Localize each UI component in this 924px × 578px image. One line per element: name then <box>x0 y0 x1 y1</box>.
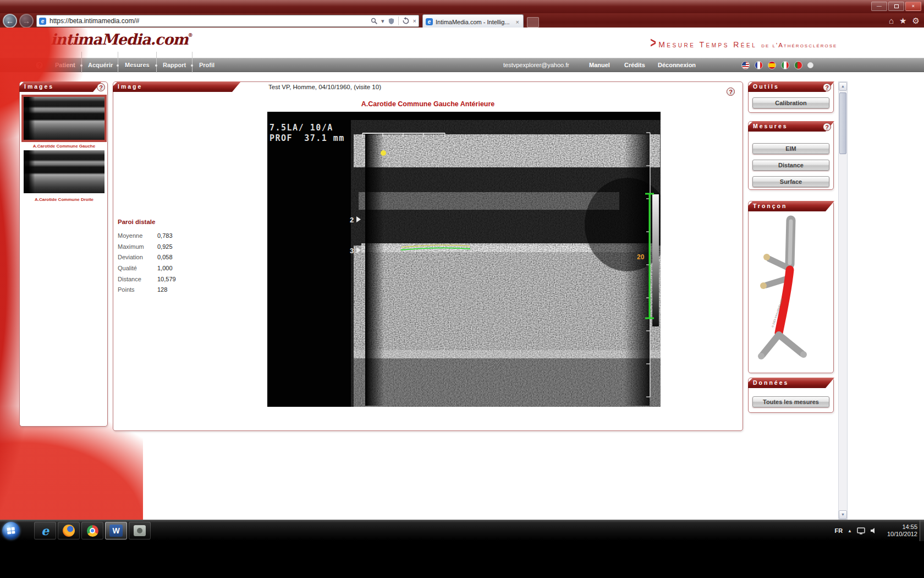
thumbnail-label: A.Carotide Commune Droite <box>24 197 105 202</box>
flag-fr-icon[interactable] <box>755 61 763 69</box>
artery-clamp-marker <box>763 254 770 260</box>
flag-us-icon[interactable] <box>741 61 750 69</box>
page-scrollbar[interactable]: ▲ ▼ <box>838 81 848 520</box>
image-panel: Image Test VP, Homme, 04/10/1960, (visit… <box>113 81 743 431</box>
stats-title: Paroi distale <box>118 219 200 225</box>
scale-value: 20 <box>637 253 645 261</box>
taskbar-word-button[interactable]: W <box>105 522 127 539</box>
nav-bullet <box>117 64 119 67</box>
toutes-les-mesures-button[interactable]: Toutes les mesures <box>752 396 829 407</box>
start-button[interactable] <box>2 522 20 539</box>
stat-label: Distance <box>118 276 157 282</box>
tagline-chevron-icon: > <box>650 34 656 51</box>
language-indicator[interactable]: FR <box>834 527 843 534</box>
outils-panel: Outils ? Calibration <box>748 81 834 113</box>
thumbnail-carotide-gauche[interactable]: A.Carotide Commune Gauche <box>24 97 105 149</box>
hidden-icons-button[interactable]: ▲ <box>848 528 852 533</box>
display-tray-icon[interactable] <box>857 527 865 535</box>
nav-item-patient[interactable]: Patient <box>55 58 75 73</box>
nav-item-profil[interactable]: Profil <box>199 58 215 73</box>
thumbnail-carotide-droite[interactable]: A.Carotide Commune Droite <box>24 150 105 202</box>
stat-value: 0,783 <box>157 232 173 239</box>
taskbar-icons: e W <box>34 522 151 539</box>
chrome-icon <box>87 525 98 537</box>
taskbar-firefox-button[interactable] <box>58 522 80 539</box>
nav-item-mesures[interactable]: Mesures <box>125 58 150 73</box>
firefox-icon <box>63 525 75 537</box>
ie-icon: e <box>41 524 49 538</box>
surface-button[interactable]: Surface <box>752 176 829 187</box>
mesures-help-icon[interactable]: ? <box>823 123 831 131</box>
taskbar-utility-button[interactable] <box>129 522 151 539</box>
language-flags <box>741 61 813 69</box>
focus-marker <box>381 150 386 156</box>
stat-row: Distance10,579 <box>118 274 200 285</box>
site-logo[interactable]: intimaMedia.com® <box>51 31 193 48</box>
scroll-down-button[interactable]: ▼ <box>839 510 847 519</box>
calibration-button[interactable]: Calibration <box>752 97 829 108</box>
stat-label: Moyenne <box>118 232 157 239</box>
ultrasound-viewport: 7.5LA/ 10/A PROF 37.1 mm 2 3 <box>267 112 661 407</box>
tools-gear-icon[interactable]: ⚙ <box>912 15 920 27</box>
nav-link-manuel[interactable]: Manuel <box>589 58 610 73</box>
browser-tab[interactable]: e IntimaMedia.com - Intellig... × <box>422 14 524 29</box>
browser-titlebar: — × <box>0 0 924 14</box>
nav-bullet <box>191 64 193 67</box>
images-help-icon[interactable]: ? <box>97 83 105 91</box>
back-button[interactable]: ← <box>3 14 17 28</box>
troncon-panel-title: Tronçon <box>748 201 834 211</box>
outils-help-icon[interactable]: ? <box>823 83 831 91</box>
grayscale-bar <box>652 194 659 326</box>
window-controls: — × <box>871 2 921 11</box>
stat-label: Points <box>118 286 157 293</box>
scroll-up-button[interactable]: ▲ <box>839 82 847 91</box>
nav-link-deconnexion[interactable]: Déconnexion <box>658 58 696 73</box>
close-button[interactable]: × <box>905 2 921 11</box>
flag-es-icon[interactable] <box>768 61 776 69</box>
nav-item-acquerir[interactable]: Acquérir <box>88 58 113 73</box>
shield-icon[interactable] <box>388 18 395 25</box>
favorites-icon[interactable]: ★ <box>899 15 906 27</box>
distance-button[interactable]: Distance <box>752 160 829 171</box>
nav-bullet <box>155 64 157 67</box>
maximize-button[interactable] <box>888 2 904 11</box>
stat-value: 10,579 <box>157 276 176 282</box>
address-bar[interactable]: e https://beta.intimamedia.com/# ▾ × <box>36 15 419 27</box>
thumbnail-label: A.Carotide Commune Gauche <box>24 144 105 149</box>
forward-button[interactable]: → <box>19 14 34 28</box>
refresh-icon[interactable] <box>402 17 410 25</box>
scrollbar-thumb[interactable] <box>839 92 846 154</box>
new-tab-button[interactable] <box>527 17 539 28</box>
autocomplete-caret-icon[interactable]: ▾ <box>381 17 384 25</box>
nav-bullet <box>80 64 82 67</box>
carotid-artery-diagram[interactable]: © 2011 IntimaMedia.com <box>751 215 831 372</box>
tab-close-icon[interactable]: × <box>515 19 520 25</box>
stop-icon[interactable]: × <box>413 17 416 25</box>
flag-it-icon[interactable] <box>781 61 789 69</box>
url-text[interactable]: https://beta.intimamedia.com/# <box>50 17 371 25</box>
taskbar-ie-button[interactable]: e <box>34 522 56 539</box>
minimize-button[interactable]: — <box>871 2 887 11</box>
volume-tray-icon[interactable] <box>870 527 877 534</box>
tagline-main: Mesure Temps Réel <box>658 40 757 49</box>
donnees-panel: Données Toutes les mesures <box>748 378 834 413</box>
forward-icon: → <box>23 17 30 25</box>
taskbar-chrome-button[interactable] <box>81 522 103 539</box>
eim-button[interactable]: EIM <box>752 143 829 154</box>
nav-item-rapport[interactable]: Rapport <box>163 58 186 73</box>
search-icon[interactable] <box>371 18 378 25</box>
flag-pt-icon[interactable] <box>794 61 802 69</box>
nav-link-credits[interactable]: Crédits <box>624 58 645 73</box>
home-icon[interactable]: ⌂ <box>889 15 894 27</box>
image-help-icon[interactable]: ? <box>727 88 735 96</box>
user-email[interactable]: testvpexplorer@yahoo.fr <box>503 58 569 73</box>
nav-help-icon[interactable]: ? <box>35 61 43 69</box>
stat-value: 128 <box>157 286 167 293</box>
stat-row: Maximum0,925 <box>118 241 200 252</box>
clock[interactable]: 14:55 10/10/2012 <box>882 524 917 538</box>
close-icon: × <box>912 3 915 9</box>
show-desktop-button[interactable] <box>920 520 924 541</box>
flag-extra-icon[interactable] <box>807 62 813 68</box>
utility-app-icon <box>134 525 146 536</box>
ultrasound-image[interactable]: 7.5LA/ 10/A PROF 37.1 mm 2 3 <box>267 112 661 407</box>
